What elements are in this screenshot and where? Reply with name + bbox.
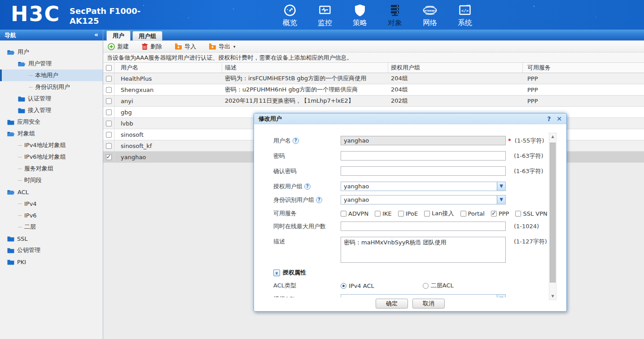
tab-用户组[interactable]: 用户组 [132,31,162,41]
ok-button[interactable]: 确定 [376,299,408,309]
sidebar-item-时间段[interactable]: 时间段 [0,174,103,186]
scrollbar-down-icon[interactable]: ▼ [549,293,556,300]
auth-group-help-icon[interactable]: ? [304,183,311,190]
tab-用户[interactable]: 用户 [106,30,131,41]
sidebar-item-IPv6地址对象组[interactable]: IPv6地址对象组 [0,151,103,163]
info-text: 当设备做为AAA服务器端对用户进行认证、授权和计费时，需要在设备上添加相应的用户… [103,52,644,63]
description-field[interactable]: 密码：maHMxVnbSyyR杨浩 团队使用 [341,237,506,263]
gauge-icon [283,3,297,18]
identity-group-select[interactable]: yanghao ▼ [341,195,506,204]
chevron-down-icon[interactable]: ▼ [497,182,505,191]
service-checkbox-IPoE[interactable]: IPoE [398,210,418,217]
folder-open-icon [7,189,15,195]
delete-button[interactable]: 删除 [141,43,162,51]
import-icon [175,43,182,50]
service-checkbox-Lan接入[interactable]: Lan接入 [424,209,454,217]
row-checkbox[interactable] [106,98,112,104]
sidebar-item-IPv4地址对象组[interactable]: IPv4地址对象组 [0,139,103,151]
sidebar-item-接入管理[interactable]: 接入管理 [0,104,103,116]
row-checkbox[interactable] [106,121,112,126]
username-help-icon[interactable]: ? [293,138,299,144]
folder-open-icon [18,61,26,67]
sidebar-collapse-icon[interactable]: « [94,31,98,38]
sidebar-item-身份识别用户[interactable]: 身份识别用户 [0,81,103,93]
dialog-close-icon[interactable]: ✕ [556,115,562,122]
dialog-help-icon[interactable]: ? [547,115,551,122]
max-online-hint: (1-1024) [514,223,539,230]
table-row-Shengxuan[interactable]: Shengxuan密码：u2PFUHMH6nH gbg方面的一个理赔供应商204… [103,84,644,96]
scrollbar-thumb[interactable] [550,143,556,282]
password-hint: (1-63字符) [514,152,543,160]
sidebar-item-ACL[interactable]: ACL [0,186,103,198]
table-row-HealthPlus[interactable]: HealthPlus密码为：irsFCUMiHEF5tB gbg方面的一个供应商… [103,73,644,84]
topnav-item-系统[interactable]: </>系统 [452,3,478,28]
sidebar-item-应用安全[interactable]: 应用安全 [0,116,103,128]
sidebar-item-用户管理[interactable]: 用户管理 [0,58,103,70]
service-checkbox-SSL VPN[interactable]: SSL VPN [515,210,547,217]
export-dropdown-caret: ▾ [233,44,236,49]
row-checkbox[interactable] [106,154,112,160]
max-online-field[interactable] [341,222,506,231]
row-checkbox[interactable] [106,87,112,93]
acl-type-radio-IPv4 ACL[interactable]: IPv4 ACL [341,282,374,289]
dialog-scrollbar[interactable]: ▲ ▼ [549,133,556,300]
sidebar-item-对象组[interactable]: 对象组 [0,128,103,139]
cancel-button[interactable]: 取消 [412,299,445,309]
required-asterisk: * [508,137,511,144]
password-field[interactable] [341,151,506,161]
acl-type-radio-二层ACL[interactable]: 二层ACL [423,282,454,290]
tree-connector [18,204,22,204]
topnav-item-监控[interactable]: 监控 [312,3,337,28]
sidebar-item-用户[interactable]: 用户 [0,46,103,58]
description-label: 描述 [273,238,285,246]
topnav-item-网络[interactable]: INTERNET网络 [417,3,442,28]
topnav-item-对象[interactable]: 对象 [382,3,407,28]
auth-attributes-label: 授权属性 [283,269,306,277]
folder-icon [7,236,14,242]
service-checkbox-PPP[interactable]: PPP [491,210,509,217]
folder-icon [18,96,25,102]
section-collapse-icon[interactable]: ∨ [273,269,280,276]
new-button[interactable]: 新建 [108,43,129,51]
sidebar-item-SSL[interactable]: SSL [0,233,103,244]
auth-group-select[interactable]: yanghao ▼ [341,182,506,191]
row-checkbox[interactable] [106,109,112,115]
sidebar-item-二层[interactable]: 二层 [0,221,103,233]
sidebar-item-公钥管理[interactable]: 公钥管理 [0,244,103,256]
dialog-footer: 确定 取消 [254,297,566,311]
export-button[interactable]: 导出 ▾ [209,43,236,51]
confirm-password-field[interactable] [341,166,506,176]
folder-open-icon [7,131,15,137]
identity-group-help-icon[interactable]: ? [316,197,322,203]
sidebar-item-IPv6[interactable]: IPv6 [0,209,103,221]
sidebar-title: 导航 [4,32,16,39]
identity-group-label: 身份识别用户组 [273,196,314,204]
topnav-item-策略[interactable]: 策略 [347,3,372,28]
sidebar-item-本地用户[interactable]: 本地用户 [0,70,103,81]
username-field[interactable] [341,136,506,145]
row-checkbox[interactable] [106,143,112,149]
import-button[interactable]: 导入 [175,43,196,51]
row-checkbox[interactable] [106,76,112,82]
dialog-title-bar: 修改用户 ? ✕ [254,113,566,124]
service-checkbox-IKE[interactable]: IKE [375,210,392,217]
sidebar-item-PKI[interactable]: PKI [0,256,103,268]
table-row-anyi[interactable]: anyi2020年11月11日更换密码，【1mLhp7+lxE2】202组PPP [103,96,644,107]
chevron-down-icon[interactable]: ▼ [497,196,505,204]
sidebar-item-服务对象组[interactable]: 服务对象组 [0,163,103,174]
scrollbar-up-icon[interactable]: ▲ [549,133,556,140]
sidebar-item-认证管理[interactable]: 认证管理 [0,93,103,104]
tab-strip: 用户用户组 [103,30,162,41]
sidebar-item-IPv4[interactable]: IPv4 [0,198,103,209]
dialog-body: 用户名 ? * (1-55字符) 密码 (1-63字符) 确认密码 (1-63字… [254,124,566,298]
service-checkbox-ADVPN[interactable]: ADVPN [341,210,368,217]
tree-connector [18,145,22,146]
select-all-checkbox[interactable] [106,65,112,71]
max-online-label: 同时在线最大用户数 [273,222,326,230]
row-checkbox[interactable] [106,132,112,138]
sub-header-band: 导航 « 用户用户组 [0,30,644,41]
sidebar-nav-tree: 用户用户管理本地用户身份识别用户认证管理接入管理应用安全对象组IPv4地址对象组… [0,41,103,339]
service-checkbox-Portal[interactable]: Portal [460,210,485,217]
top-banner: H3C SecPath F1000- AK125 概览监控策略对象INTERNE… [0,0,644,30]
topnav-item-概览[interactable]: 概览 [277,3,302,28]
